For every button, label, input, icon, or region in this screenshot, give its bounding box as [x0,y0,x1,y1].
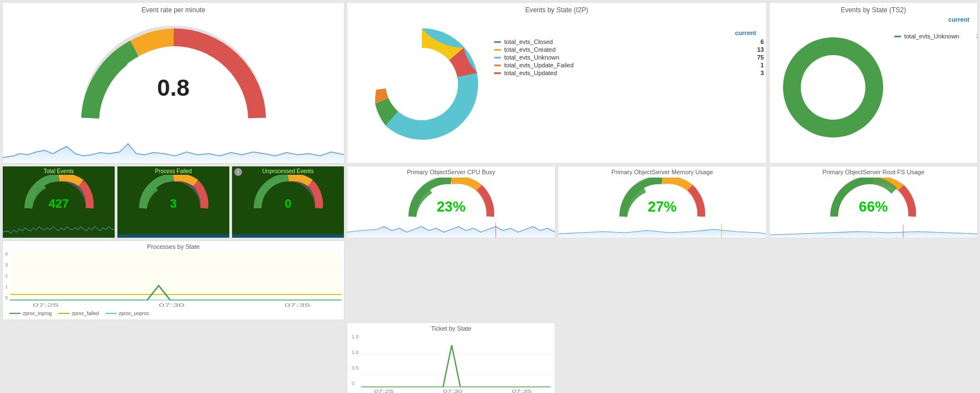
cpu-value: 23% [437,198,466,215]
ts2-legend-items: total_evts_Unknown35 [894,33,978,40]
unprocessed-bar [232,234,344,238]
total-events-panel: Total Events 427 [2,166,115,238]
ts2-current-label: current [948,16,974,23]
total-events-title: Total Events [3,166,115,175]
unprocessed-events-value: 0 [284,196,291,211]
event-rate-panel: Event rate per minute 0.8 [2,2,344,164]
proc-y-1: 1 [5,284,8,289]
process-failed-bar [117,234,229,238]
total-events-spark [3,221,114,238]
proc-failed-line [58,313,70,314]
i2p-donut-chart [355,17,489,151]
proc-failed-label: zproc_failed [72,311,99,316]
svg-point-4 [801,55,865,120]
memory-panel: Primary ObjectServer Memory Usage 27% [558,166,766,238]
proc-y-3: 3 [5,262,8,268]
memory-sparkline [558,218,766,238]
process-failed-gauge: 3 [117,175,229,211]
process-failed-value: 3 [170,196,176,211]
i2p-legend-item: total_evts_Update_Failed1 [494,62,764,68]
proc-unproc-line [106,313,117,314]
proc-state-chart: 07:25 07:30 07:35 [10,251,342,310]
events-i2p-donut [349,17,494,151]
memory-gauge: 27% [558,178,766,217]
svg-text:07:25: 07:25 [33,302,58,308]
cpu-sparkline [347,218,555,238]
proc-state-chart-area: 4 3 2 1 0 [5,251,342,310]
unprocessed-events-gauge: 0 [232,175,344,211]
ticket-y-axis: 1.5 1.0 0.5 0 [352,334,361,393]
event-rate-title: Event rate per minute [3,3,344,15]
ticket-y-05: 0.5 [352,365,359,371]
process-failed-title: Process Failed [117,166,229,175]
events-i2p-panel: Events by State (I2P) [347,2,767,164]
ticket-state-chart: 07:25 07:30 07:35 [361,334,551,393]
ticket-y-00: 0 [352,381,359,386]
proc-state-title: Processes by State [5,243,342,250]
proc-state-legend: zproc_inprog zproc_failed zproc_unproc [5,310,342,317]
i2p-legend-item: total_evts_Created13 [494,46,764,53]
svg-point-2 [386,48,458,120]
ticket-by-state-panel: Ticket by State 1.5 1.0 0.5 0 [347,322,555,393]
ticket-svg: 07:25 07:30 07:35 [361,334,551,393]
proc-state-svg: 07:25 07:30 07:35 [10,251,342,310]
proc-state-y-axis: 4 3 2 1 0 [5,251,10,310]
ts2-donut-chart [772,26,894,149]
proc-legend-unproc: zproc_unproc [106,311,150,316]
unprocessed-events-panel: i Unprocessed Events 0 [232,166,344,238]
memory-value: 27% [648,198,677,215]
i2p-legend-items: total_evts_Closed6total_evts_Created13to… [494,38,764,76]
events-i2p-title: Events by State (I2P) [347,3,766,15]
svg-text:07:35: 07:35 [284,302,310,308]
small-gauges-row: Total Events 427 [2,166,344,238]
cpu-gauge: 23% [347,178,555,217]
events-ts2-title: Events by State (TS2) [770,3,977,15]
cpu-panel: Primary ObjectServer CPU Busy 23% [347,166,555,238]
total-events-sparkline [3,221,115,238]
ticket-chart-area: 1.5 1.0 0.5 0 07:25 07: [347,334,555,393]
memory-title: Primary ObjectServer Memory Usage [558,166,766,178]
proc-legend-failed: zproc_failed [58,311,99,316]
i2p-current-label: current [735,30,761,36]
svg-text:07:35: 07:35 [512,389,531,393]
total-events-gauge: 427 [3,175,115,211]
ticket-state-title: Ticket by State [347,323,555,334]
events-i2p-legend: current total_evts_Closed6total_evts_Cre… [494,17,764,151]
events-ts2-panel: Events by State (TS2) current total_evts… [769,2,978,164]
fs-gauge: 66% [770,178,977,217]
proc-legend-inprog: zproc_inprog [9,311,52,316]
proc-y-0: 0 [5,295,8,301]
proc-y-2: 2 [5,273,8,279]
fs-spark [770,218,977,238]
svg-rect-10 [10,251,342,300]
proc-inprog-line [9,313,21,314]
event-rate-sparkline [3,132,344,163]
fs-sparkline [770,218,977,238]
ticket-y-15: 1.5 [352,334,359,340]
left-column-bottom: Total Events 427 [2,166,344,320]
fs-panel: Primary ObjectServer Root FS Usage 66% [769,166,978,238]
fs-title: Primary ObjectServer Root FS Usage [770,166,977,178]
ticket-y-10: 1.0 [352,350,359,355]
svg-text:07:30: 07:30 [443,389,462,393]
processes-by-state-panel: Processes by State 4 3 2 1 0 [2,240,344,320]
proc-y-4: 4 [5,251,8,257]
total-events-value: 427 [48,196,69,211]
svg-text:07:25: 07:25 [374,389,393,393]
memory-spark [558,218,766,238]
svg-text:07:30: 07:30 [159,302,184,308]
unprocessed-events-title: Unprocessed Events [232,166,344,175]
cpu-title: Primary ObjectServer CPU Busy [347,166,555,178]
i2p-legend-item: total_evts_Updated3 [494,70,764,76]
process-failed-panel: Process Failed 3 [117,166,230,238]
proc-unproc-label: zproc_unproc [119,311,150,316]
cpu-spark [347,218,555,238]
fs-value: 66% [859,198,888,215]
ts2-legend: total_evts_Unknown35 [894,26,978,149]
event-rate-value: 0.8 [157,75,189,101]
i2p-legend-item: total_evts_Unknown75 [494,54,764,61]
i2p-legend-item: total_evts_Closed6 [494,38,764,45]
ts2-legend-item: total_evts_Unknown35 [894,33,978,40]
event-rate-gauge [68,18,279,129]
proc-inprog-label: zproc_inprog [23,311,52,316]
